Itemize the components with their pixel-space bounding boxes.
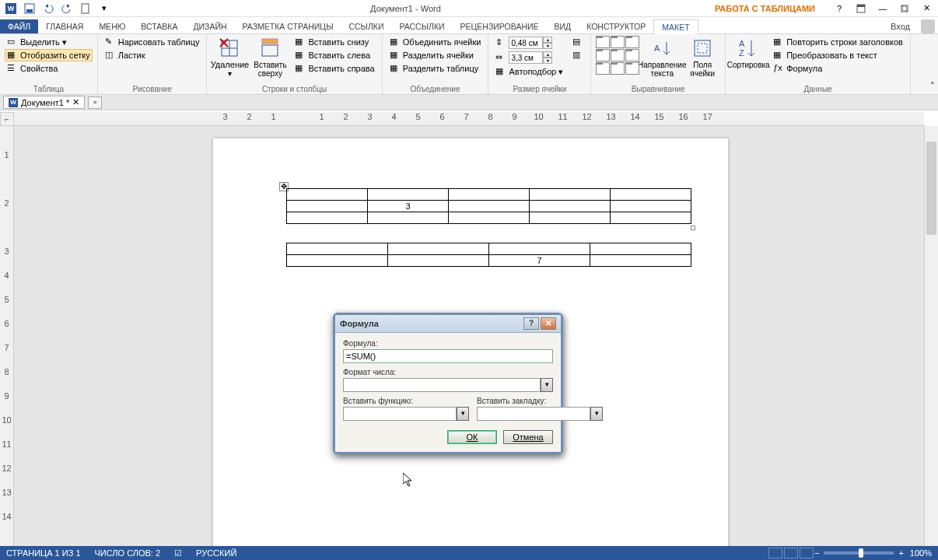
distribute-cols-button[interactable]: ▥ xyxy=(570,49,586,61)
scrollbar-thumb[interactable] xyxy=(926,142,936,235)
svg-rect-5 xyxy=(901,6,907,12)
tab-file[interactable]: ФАЙЛ xyxy=(0,19,38,33)
save-icon[interactable] xyxy=(22,1,37,16)
tab-constructor[interactable]: КОНСТРУКТОР xyxy=(579,19,653,33)
read-mode-icon[interactable] xyxy=(768,548,782,558)
zoom-in-button[interactable]: + xyxy=(898,548,903,558)
undo-icon[interactable] xyxy=(40,1,56,16)
delete-button[interactable]: Удаление▾ xyxy=(212,36,247,78)
convert-to-text-button[interactable]: ▦Преобразовать в текст xyxy=(771,49,905,61)
eraser-button[interactable]: ◫Ластик xyxy=(103,49,202,61)
tab-mailings[interactable]: РАССЫЛКИ xyxy=(391,19,452,33)
zoom-out-button[interactable]: − xyxy=(814,548,819,558)
minimize-icon[interactable]: — xyxy=(874,2,891,16)
properties-button[interactable]: ☰Свойства xyxy=(5,62,93,75)
table-2[interactable]: 7 xyxy=(286,243,691,267)
autofit-button[interactable]: ▦Автоподбор ▾ xyxy=(493,65,565,78)
ruler-corner[interactable]: ⌐ xyxy=(0,112,14,126)
draw-table-button[interactable]: ✎Нарисовать таблицу xyxy=(103,36,202,48)
merge-cells-button[interactable]: ▦Объединить ячейки xyxy=(387,36,484,48)
height-up[interactable]: ▴ xyxy=(543,37,552,43)
insert-bookmark-input[interactable] xyxy=(477,407,590,421)
maximize-icon[interactable] xyxy=(896,2,913,16)
align-tl[interactable] xyxy=(596,36,610,48)
table-resize-handle-icon[interactable] xyxy=(691,226,695,230)
ok-button[interactable]: ОК xyxy=(447,430,497,444)
insert-function-dropdown-icon[interactable]: ▾ xyxy=(457,407,469,421)
number-format-input[interactable] xyxy=(343,378,541,392)
cell-margins-button[interactable]: Поля ячейки xyxy=(684,36,720,78)
align-br[interactable] xyxy=(625,62,639,75)
width-up[interactable]: ▴ xyxy=(543,51,552,58)
insert-right-button[interactable]: ▦Вставить справа xyxy=(292,62,376,75)
tab-review[interactable]: РЕЦЕНЗИРОВАНИЕ xyxy=(453,19,547,33)
ribbon-options-icon[interactable] xyxy=(852,2,870,16)
col-width-input[interactable] xyxy=(509,51,543,64)
repeat-headers-button[interactable]: ▦Повторить строки заголовков xyxy=(771,36,905,48)
align-mc[interactable] xyxy=(611,49,625,61)
new-tab-button[interactable]: ▫ xyxy=(88,96,102,109)
table-1[interactable]: 3 xyxy=(286,188,691,224)
tab-view[interactable]: ВИД xyxy=(547,19,579,33)
tab-table-layout[interactable]: МАКЕТ xyxy=(653,19,698,34)
new-doc-icon[interactable] xyxy=(78,1,93,16)
vertical-ruler[interactable]: 1234567891011121314 xyxy=(0,126,14,546)
align-mr[interactable] xyxy=(625,49,639,61)
close-tab-icon[interactable]: ✕ xyxy=(72,97,79,107)
cancel-button[interactable]: Отмена xyxy=(503,430,553,444)
select-button[interactable]: ▭Выделить ▾ xyxy=(5,36,93,48)
align-bl[interactable] xyxy=(596,62,610,75)
close-icon[interactable]: ✕ xyxy=(918,2,935,16)
number-format-dropdown-icon[interactable]: ▾ xyxy=(541,378,553,392)
insert-above-button[interactable]: Вставить сверху xyxy=(252,36,288,78)
web-layout-icon[interactable] xyxy=(800,548,814,558)
language-status[interactable]: РУССКИЙ xyxy=(196,548,236,558)
help-icon[interactable]: ? xyxy=(831,2,848,16)
table-cell[interactable]: 3 xyxy=(368,201,449,212)
insert-below-button[interactable]: ▦Вставить снизу xyxy=(292,36,376,48)
height-down[interactable]: ▾ xyxy=(543,43,552,49)
page-status[interactable]: СТРАНИЦА 1 ИЗ 1 xyxy=(6,548,81,558)
distribute-rows-button[interactable]: ▤ xyxy=(570,36,586,48)
zoom-slider[interactable] xyxy=(824,551,894,555)
dialog-close-icon[interactable]: ✕ xyxy=(541,317,556,330)
proofing-icon[interactable]: ☑ xyxy=(174,548,182,558)
vertical-scrollbar[interactable] xyxy=(924,126,938,546)
print-layout-icon[interactable] xyxy=(784,548,798,558)
tab-menu[interactable]: Меню xyxy=(91,19,133,33)
collapse-ribbon-icon[interactable]: ˄ xyxy=(930,81,935,91)
align-tr[interactable] xyxy=(625,36,639,48)
align-ml[interactable] xyxy=(596,49,610,61)
formula-input[interactable] xyxy=(343,349,553,363)
document-tab[interactable]: W Документ1 * ✕ xyxy=(3,96,85,109)
dialog-titlebar[interactable]: Формула ? ✕ xyxy=(335,315,561,333)
word-count[interactable]: ЧИСЛО СЛОВ: 2 xyxy=(95,548,161,558)
tab-home[interactable]: ГЛАВНАЯ xyxy=(38,19,91,33)
tab-design[interactable]: ДИЗАЙН xyxy=(185,19,234,33)
tab-insert[interactable]: ВСТАВКА xyxy=(133,19,185,33)
user-avatar-icon[interactable] xyxy=(921,19,935,33)
dialog-help-icon[interactable]: ? xyxy=(523,317,539,330)
formula-button[interactable]: ƒxФормула xyxy=(771,62,905,75)
tab-page-layout[interactable]: РАЗМЕТКА СТРАНИЦЫ xyxy=(235,19,341,33)
show-grid-button[interactable]: ▦Отобразить сетку xyxy=(5,49,93,61)
width-down[interactable]: ▾ xyxy=(543,58,552,64)
align-tc[interactable] xyxy=(611,36,625,48)
horizontal-ruler[interactable]: 3211234567891011121314151617 xyxy=(14,112,924,126)
row-height-input[interactable] xyxy=(509,37,543,49)
insert-left-button[interactable]: ▦Вставить слева xyxy=(292,49,376,61)
align-bc[interactable] xyxy=(611,62,625,75)
redo-icon[interactable] xyxy=(59,1,75,16)
table-cell[interactable]: 7 xyxy=(489,255,590,267)
zoom-level[interactable]: 100% xyxy=(910,548,932,558)
tab-references[interactable]: ССЫЛКИ xyxy=(341,19,391,33)
signin-link[interactable]: Вход xyxy=(883,19,918,33)
split-cells-button[interactable]: ▦Разделить ячейки xyxy=(387,49,484,61)
title-bar: W ▾ Документ1 - Word РАБОТА С ТАБЛИЦАМИ … xyxy=(0,0,938,17)
insert-bookmark-dropdown-icon[interactable]: ▾ xyxy=(590,407,603,421)
qat-more-icon[interactable]: ▾ xyxy=(96,1,112,16)
insert-function-input[interactable] xyxy=(343,407,457,421)
sort-button[interactable]: AZ Сортировка xyxy=(730,36,766,69)
split-table-button[interactable]: ▦Разделить таблицу xyxy=(387,62,484,75)
text-direction-button[interactable]: A Направление текста xyxy=(644,36,680,78)
